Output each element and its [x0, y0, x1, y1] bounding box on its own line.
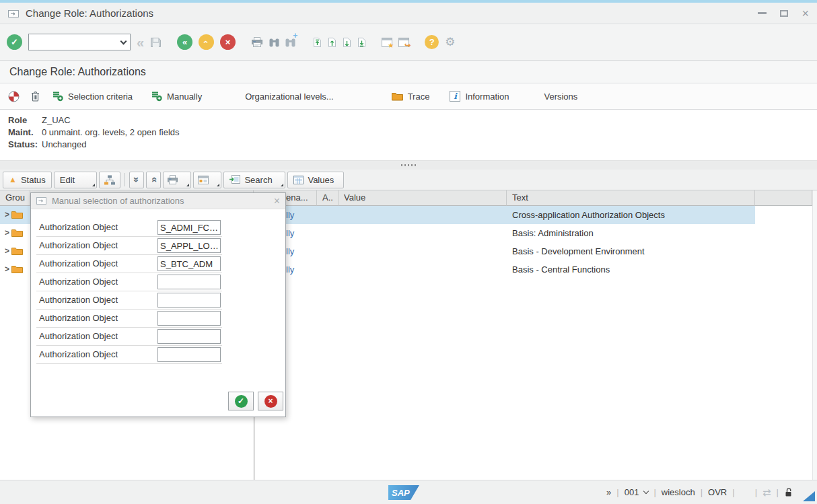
- column-header-value[interactable]: Value: [339, 190, 507, 206]
- values-table-icon: [293, 176, 304, 184]
- screen-icon: [36, 196, 46, 205]
- hierarchy-column-divider[interactable]: [254, 417, 254, 480]
- exit-button[interactable]: ‹: [199, 34, 214, 50]
- toolbar-separator: [125, 173, 125, 186]
- dialog-close-icon[interactable]: ×: [274, 197, 280, 205]
- maintained-cell[interactable]: lly: [286, 242, 294, 260]
- main-toolbar: ✓ « « ‹ × + ★ ↪ ? ⚙: [0, 24, 817, 61]
- window-titlebar: Change Role: Authorizations ×: [0, 3, 817, 24]
- authorization-object-input[interactable]: [157, 311, 221, 326]
- application-toolbar: Selection criteria Manually Organization…: [0, 83, 817, 110]
- authorization-object-input[interactable]: [157, 293, 221, 308]
- status-triangle-icon: ▲: [9, 175, 17, 184]
- maintained-cell[interactable]: lly: [286, 224, 294, 242]
- expand-all-button[interactable]: »: [129, 172, 144, 188]
- maintained-cell[interactable]: lly: [286, 260, 294, 279]
- organizational-levels-button[interactable]: Organizational levels...: [245, 92, 334, 102]
- insert-mode-value[interactable]: OVR: [708, 487, 727, 497]
- values-button[interactable]: Values: [287, 172, 344, 188]
- hierarchy-icon: [104, 175, 116, 185]
- authorization-object-input[interactable]: [157, 256, 221, 271]
- dialog-cancel-button[interactable]: ×: [258, 392, 283, 410]
- maint-value: 0 unmaint. org. levels, 2 open fields: [42, 127, 180, 139]
- status-button[interactable]: ▲ Status: [3, 172, 52, 188]
- expand-node-icon[interactable]: >: [5, 246, 9, 256]
- print-icon[interactable]: [251, 37, 263, 47]
- maintained-cell[interactable]: lly: [286, 206, 294, 224]
- server-value: wiesloch: [662, 487, 695, 497]
- new-session-icon[interactable]: ★: [382, 38, 392, 47]
- cancel-button[interactable]: ×: [220, 34, 236, 50]
- sap-gui-window: Change Role: Authorizations × ✓ « « ‹ × …: [0, 0, 817, 504]
- print-menu-button[interactable]: [163, 172, 191, 188]
- expand-node-icon[interactable]: >: [5, 264, 9, 274]
- dialog-buttons: ✓ ×: [228, 392, 283, 410]
- customize-layout-icon[interactable]: ⚙: [445, 35, 455, 49]
- status-label: Status:: [8, 139, 42, 151]
- help-icon[interactable]: ?: [425, 35, 439, 49]
- authorization-object-input[interactable]: [157, 238, 221, 253]
- authorization-object-input[interactable]: [157, 347, 221, 362]
- organizational-levels-label: Organizational levels...: [245, 92, 334, 102]
- information-button[interactable]: i Information: [450, 91, 509, 102]
- manually-button[interactable]: Manually: [151, 91, 202, 102]
- expand-node-icon[interactable]: >: [5, 228, 9, 238]
- splitter-dot: [404, 164, 406, 166]
- splitter-dot: [408, 164, 409, 166]
- expand-node-icon[interactable]: >: [5, 210, 9, 219]
- authorization-object-row: Authorization Object: [36, 273, 222, 291]
- hierarchy-view-button[interactable]: [99, 172, 120, 188]
- dialog-titlebar[interactable]: Manual selection of authorizations ×: [31, 193, 285, 209]
- search-menu-button[interactable]: Search: [223, 172, 285, 188]
- versions-button[interactable]: Versions: [544, 92, 577, 102]
- back-disabled-icon: «: [137, 36, 144, 49]
- collapse-all-button[interactable]: »: [146, 172, 161, 188]
- splitter-dot: [411, 164, 413, 166]
- authorization-object-row: Authorization Object: [36, 328, 222, 346]
- create-shortcut-icon[interactable]: ↪: [398, 38, 409, 47]
- column-header-a[interactable]: A..: [317, 190, 339, 206]
- delete-button[interactable]: [30, 91, 40, 102]
- save-icon[interactable]: [150, 37, 162, 48]
- first-page-icon[interactable]: [313, 37, 322, 48]
- text-cell[interactable]: Basis - Development Environment: [512, 242, 645, 260]
- authorization-object-row: Authorization Object: [36, 346, 222, 364]
- authorization-object-input[interactable]: [157, 329, 221, 344]
- command-dropdown-icon[interactable]: [120, 38, 127, 44]
- text-cell[interactable]: Basis: Administration: [512, 224, 594, 242]
- splitter-handle[interactable]: [0, 160, 817, 170]
- column-header-text[interactable]: Text: [507, 190, 755, 206]
- transfer-menu-button[interactable]: [193, 172, 221, 188]
- last-page-icon[interactable]: [357, 37, 366, 48]
- page-down-icon[interactable]: [343, 37, 351, 48]
- information-label: Information: [465, 92, 509, 102]
- maximize-icon[interactable]: [780, 10, 788, 17]
- find-next-icon[interactable]: +: [285, 38, 297, 47]
- edit-menu-button[interactable]: Edit: [54, 172, 97, 188]
- enter-button[interactable]: ✓: [7, 34, 22, 50]
- column-header-group[interactable]: Grou: [0, 190, 30, 206]
- selection-criteria-button[interactable]: Selection criteria: [52, 91, 133, 102]
- client-dropdown-icon[interactable]: [643, 489, 649, 494]
- status-overflow-icon[interactable]: »: [606, 487, 611, 497]
- trace-button[interactable]: Trace: [392, 92, 430, 102]
- close-icon[interactable]: ×: [802, 10, 809, 17]
- splitter-dot: [401, 164, 402, 166]
- text-cell[interactable]: Cross-application Authorization Objects: [512, 206, 665, 224]
- other-role-button[interactable]: [8, 91, 20, 102]
- back-button[interactable]: «: [177, 34, 192, 50]
- maint-label: Maint.: [8, 127, 42, 139]
- screen-header: Change Role: Authorizations: [0, 61, 817, 83]
- find-icon[interactable]: [269, 38, 279, 47]
- command-field[interactable]: [29, 34, 121, 50]
- authorization-object-input[interactable]: [157, 275, 221, 289]
- minimize-icon[interactable]: [758, 12, 767, 14]
- dropdown-corner-icon: [217, 184, 219, 186]
- text-cell[interactable]: Basis - Central Functions: [512, 260, 610, 279]
- dialog-confirm-button[interactable]: ✓: [228, 392, 254, 410]
- authorization-object-input[interactable]: [157, 220, 221, 235]
- edit-button-label: Edit: [60, 175, 75, 185]
- page-up-icon[interactable]: [328, 37, 336, 48]
- status-bar-right: » | 001 | wiesloch | OVR | | ⇄ |: [606, 480, 810, 504]
- lock-icon[interactable]: [784, 487, 793, 497]
